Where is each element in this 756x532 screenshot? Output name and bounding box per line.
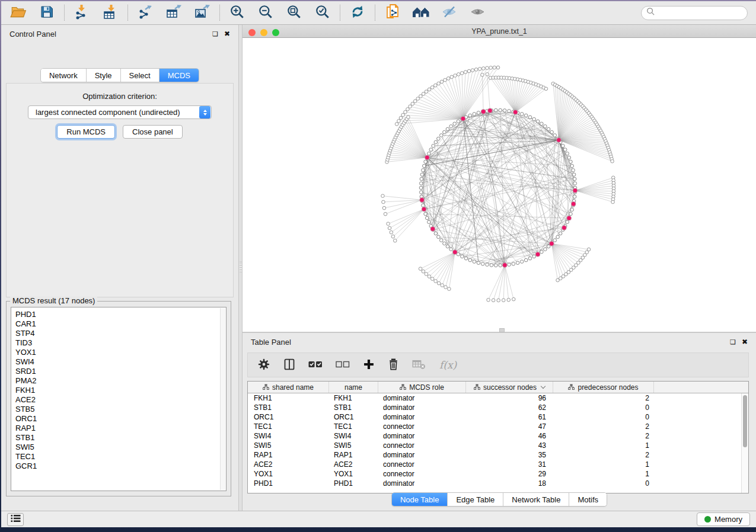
tab-mcds[interactable]: MCDS: [160, 69, 199, 82]
run-mcds-button[interactable]: Run MCDS: [57, 125, 115, 139]
float-panel-icon[interactable]: ❏: [212, 31, 218, 37]
network-canvas[interactable]: [243, 38, 756, 332]
function-builder-button[interactable]: f(x): [439, 359, 457, 371]
column-header-shared-name[interactable]: shared name: [248, 382, 329, 393]
table-scrollbar[interactable]: [741, 393, 748, 493]
table-settings-button[interactable]: [257, 358, 270, 373]
table-row[interactable]: TEC1TEC1connector472: [248, 422, 748, 431]
table-row[interactable]: PHD1PHD1dominator180: [248, 479, 748, 488]
show-all-button[interactable]: [469, 4, 487, 22]
import-network-button[interactable]: [73, 4, 91, 22]
close-panel-button[interactable]: Close panel: [123, 125, 183, 139]
mcds-result-item[interactable]: ORC1: [15, 414, 226, 424]
mcds-result-box: MCDS result (17 nodes) PHD1CAR1STP4TID3Y…: [6, 301, 231, 496]
scrollbar-thumb[interactable]: [743, 395, 747, 447]
table-cell: SWI4: [248, 432, 329, 440]
mcds-result-item[interactable]: CAR1: [15, 319, 226, 329]
mcds-result-item[interactable]: ACE2: [15, 395, 226, 405]
mcds-result-item[interactable]: STB1: [15, 433, 226, 443]
open-file-button[interactable]: [9, 4, 27, 22]
float-panel-icon[interactable]: ❏: [730, 339, 736, 345]
mcds-result-item[interactable]: SWI5: [15, 443, 226, 452]
task-history-button[interactable]: [7, 513, 24, 526]
table-cell: 1: [553, 470, 654, 478]
table-cell: YOX1: [329, 470, 378, 478]
first-neighbors-button[interactable]: [412, 4, 430, 22]
table-row[interactable]: STB1STB1dominator620: [248, 403, 748, 412]
clone-network-button[interactable]: [384, 4, 401, 22]
table-row[interactable]: ACE2ACE2connector311: [248, 460, 748, 469]
delete-column-button[interactable]: [388, 358, 399, 373]
column-header-successor-nodes[interactable]: successor nodes: [466, 382, 553, 393]
mcds-result-item[interactable]: PMA2: [15, 376, 226, 386]
mcds-result-item[interactable]: TID3: [15, 338, 226, 348]
refresh-button[interactable]: [349, 4, 366, 22]
show-columns-button[interactable]: [283, 358, 295, 373]
tab-network-table[interactable]: Network Table: [503, 493, 569, 506]
create-column-button[interactable]: [363, 358, 375, 372]
search-input[interactable]: [655, 9, 747, 17]
table-row[interactable]: YOX1YOX1connector291: [248, 469, 748, 479]
table-row[interactable]: ORC1ORC1dominator610: [248, 412, 748, 422]
export-network-button[interactable]: [136, 4, 154, 22]
view-group: [375, 4, 495, 22]
mcds-result-item[interactable]: PHD1: [15, 310, 226, 319]
tab-motifs[interactable]: Motifs: [569, 493, 607, 506]
mcds-result-item[interactable]: TEC1: [15, 452, 226, 462]
mcds-result-item[interactable]: SWI4: [15, 357, 226, 367]
hide-selected-button[interactable]: [441, 4, 458, 22]
table-row[interactable]: SWI4SWI4dominator462: [248, 431, 748, 441]
export-table-button[interactable]: [165, 4, 183, 22]
table-cell: 47: [466, 422, 553, 431]
minimize-window-button[interactable]: [260, 29, 267, 36]
table-cell: connector: [378, 441, 466, 450]
close-panel-icon[interactable]: ✖: [742, 338, 748, 345]
close-panel-icon[interactable]: ✖: [224, 30, 230, 37]
zoom-group: [220, 4, 340, 22]
mcds-result-list[interactable]: PHD1CAR1STP4TID3YOX1SWI4SRD1PMA2FKH1ACE2…: [11, 307, 227, 491]
mcds-result-item[interactable]: SRD1: [15, 367, 226, 376]
save-session-button[interactable]: [38, 4, 56, 22]
mcds-result-item[interactable]: RAP1: [15, 424, 226, 433]
tab-network[interactable]: Network: [41, 69, 87, 82]
close-window-button[interactable]: [248, 29, 256, 36]
export-image-icon: [194, 4, 210, 21]
search-icon: [646, 7, 655, 18]
table-row[interactable]: RAP1RAP1dominator352: [248, 450, 748, 460]
column-header-mcds-role[interactable]: MCDS role: [378, 382, 466, 393]
table-row[interactable]: SWI5SWI5connector431: [248, 441, 748, 450]
tab-edge-table[interactable]: Edge Table: [448, 493, 503, 506]
tab-style[interactable]: Style: [87, 69, 121, 82]
tab-node-table[interactable]: Node Table: [392, 493, 448, 506]
vertical-splitter[interactable]: [238, 25, 243, 511]
deselect-all-columns-button[interactable]: [336, 361, 350, 370]
zoom-in-button[interactable]: [228, 4, 246, 22]
zoom-out-button[interactable]: [257, 4, 275, 22]
mcds-result-item[interactable]: STB5: [15, 405, 226, 414]
zoom-selected-button[interactable]: [314, 4, 331, 22]
mcds-result-item[interactable]: YOX1: [15, 348, 226, 357]
search-box[interactable]: [641, 6, 748, 20]
table-cell: 18: [466, 479, 553, 488]
mcds-result-item[interactable]: FKH1: [15, 386, 226, 395]
tab-select[interactable]: Select: [121, 69, 160, 82]
select-all-columns-button[interactable]: [308, 361, 323, 370]
maximize-window-button[interactable]: [272, 29, 279, 36]
control-panel-title: Control Panel: [9, 30, 56, 39]
export-image-button[interactable]: [193, 4, 211, 22]
table-row[interactable]: FKH1FKH1dominator962: [248, 393, 748, 403]
table-cell: dominator: [378, 394, 466, 402]
list-scrollbar[interactable]: [220, 308, 225, 490]
table-panel: Table Panel ❏ ✖ f(x): [243, 333, 756, 511]
delete-table-button[interactable]: [412, 359, 426, 371]
checked-boxes-icon: [308, 361, 323, 370]
zoom-fit-button[interactable]: [285, 4, 303, 22]
mcds-result-item[interactable]: STP4: [15, 329, 226, 338]
column-header-predecessor-nodes[interactable]: predecessor nodes: [553, 382, 654, 393]
column-header-name[interactable]: name: [329, 382, 378, 393]
criterion-select[interactable]: largest connected component (undirected): [28, 105, 212, 119]
mcds-result-item[interactable]: GCR1: [15, 462, 226, 471]
import-table-button[interactable]: [101, 4, 119, 22]
memory-button[interactable]: Memory: [697, 512, 750, 526]
table-cell: ACE2: [329, 460, 378, 469]
